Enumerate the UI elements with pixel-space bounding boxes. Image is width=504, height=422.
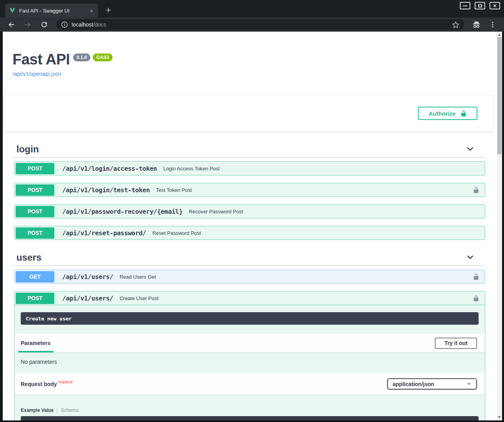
minimize-button[interactable] (460, 2, 470, 9)
method-badge: POST (16, 163, 54, 174)
scroll-down-arrow-icon[interactable] (498, 416, 501, 418)
maximize-icon (478, 4, 482, 7)
url-host: localhost (72, 21, 93, 28)
api-info: Fast API 0.1.0 OAS3 /api/v1/openapi.json (13, 32, 485, 77)
browser-window: Fast API - Swagger UI × + ✕ localhost/do… (0, 0, 504, 422)
oas-badge: OAS3 (93, 54, 113, 61)
back-button[interactable] (5, 19, 18, 30)
endpoint-summary: Recover Password Post (189, 209, 243, 215)
swagger-content: Fast API 0.1.0 OAS3 /api/v1/openapi.json… (3, 32, 502, 420)
url-path: /docs (93, 21, 106, 28)
scroll-up-arrow-icon[interactable] (498, 34, 501, 36)
version-badge: 0.1.0 (73, 54, 91, 61)
endpoint-summary: Login Access Token Post (163, 166, 220, 172)
media-type-value: application/json (393, 381, 434, 387)
page-title: Fast API (13, 51, 70, 68)
authorize-label: Authorize (429, 110, 456, 117)
try-it-out-button[interactable]: Try it out (435, 338, 477, 349)
required-label: required (58, 380, 73, 384)
auth-lock-icon[interactable] (473, 187, 482, 193)
forward-button[interactable] (21, 19, 34, 30)
operation-description-bar: Create new user (21, 312, 479, 325)
auth-lock-icon[interactable] (473, 274, 482, 280)
endpoint-path: /api/v1/users/ (62, 295, 113, 302)
users-section-title: users (16, 252, 41, 263)
active-tab-underline (18, 351, 54, 352)
endpoint-row[interactable]: POST /api/v1/password-recovery/{email} R… (14, 204, 485, 218)
endpoint-row[interactable]: GET /api/v1/users/ Read Users Get (14, 270, 485, 284)
scrollbar-thumb[interactable] (497, 37, 502, 154)
scheme-container: Authorize (4, 95, 493, 132)
tab-title: Fast API - Swagger UI (19, 8, 85, 14)
tab-divider (57, 408, 57, 413)
page-viewport: Fast API 0.1.0 OAS3 /api/v1/openapi.json… (3, 32, 502, 420)
endpoint-path: /api/v1/login/test-token (62, 186, 150, 194)
endpoint-summary: Reset Password Post (152, 230, 201, 236)
url-text[interactable]: localhost/docs (72, 21, 106, 28)
chevron-down-icon[interactable] (466, 253, 474, 261)
method-badge: POST (16, 206, 54, 217)
operation-description: Create new user (26, 316, 72, 322)
section-users: users GET /api/v1/users/ Read Users Get (13, 249, 485, 420)
fastapi-favicon-icon (9, 7, 16, 14)
request-body-example: Example Value Schema { (14, 395, 485, 420)
endpoint-summary: Create User Post (120, 295, 159, 301)
tab-schema[interactable]: Schema (61, 408, 78, 413)
refresh-button[interactable] (38, 19, 51, 30)
new-tab-button[interactable]: + (103, 5, 114, 16)
url-bar[interactable]: localhost/docs (56, 19, 464, 30)
unlock-icon (460, 110, 467, 117)
login-section-title: login (16, 144, 39, 155)
tab-close-icon[interactable]: × (88, 8, 94, 14)
openapi-spec-link[interactable]: /api/v1/openapi.json (13, 71, 61, 77)
method-badge: GET (16, 271, 54, 283)
minimize-icon (463, 5, 467, 6)
example-code-block[interactable]: { (21, 416, 479, 420)
endpoint-summary: Read Users Get (120, 274, 156, 280)
close-icon: ✕ (493, 4, 497, 8)
endpoint-row[interactable]: POST /api/v1/login/access-token Login Ac… (14, 161, 485, 175)
chevron-down-icon[interactable] (466, 145, 474, 153)
site-info-icon[interactable] (61, 21, 68, 28)
authorize-button[interactable]: Authorize (418, 107, 477, 120)
maximize-button[interactable] (475, 2, 485, 9)
browser-menu-kebab-icon[interactable] (486, 19, 499, 30)
endpoint-row[interactable]: POST /api/v1/reset-password/ Reset Passw… (14, 226, 485, 240)
tab-parameters[interactable]: Parameters (21, 334, 50, 352)
method-badge: POST (16, 293, 54, 304)
chevron-down-icon (466, 381, 472, 386)
users-section-header[interactable]: users (13, 249, 485, 266)
endpoint-row[interactable]: POST /api/v1/login/test-token Test Token… (14, 183, 485, 197)
method-badge: POST (16, 184, 54, 196)
request-body-label: Request body (21, 381, 57, 387)
browser-tab[interactable]: Fast API - Swagger UI × (5, 4, 98, 18)
bookmark-star-icon[interactable] (452, 21, 459, 29)
tab-example-value[interactable]: Example Value (21, 408, 54, 413)
parameters-header: Parameters Try it out (14, 334, 485, 352)
endpoint-row[interactable]: POST /api/v1/users/ Create User Post (14, 291, 485, 305)
parameters-title: Parameters (21, 340, 50, 346)
endpoint-path: /api/v1/login/access-token (62, 165, 157, 172)
endpoint-path: /api/v1/users/ (62, 273, 113, 281)
browser-toolbar: localhost/docs (0, 18, 504, 32)
window-controls: ✕ (460, 2, 500, 9)
endpoint-path: /api/v1/reset-password/ (62, 229, 146, 237)
method-badge: POST (16, 227, 54, 239)
auth-lock-icon[interactable] (473, 295, 482, 302)
login-section-header[interactable]: login (13, 141, 485, 157)
endpoint-path: /api/v1/password-recovery/{email} (62, 208, 183, 215)
media-type-select[interactable]: application/json (387, 378, 477, 390)
close-button[interactable]: ✕ (490, 2, 500, 9)
no-parameters-text: No parameters (14, 352, 485, 373)
expanded-endpoint: POST /api/v1/users/ Create User Post Cre… (14, 291, 485, 420)
section-login: login POST /api/v1/login/access-token Lo… (13, 141, 485, 240)
endpoint-summary: Test Token Post (156, 187, 192, 193)
page-scrollbar[interactable] (497, 32, 502, 420)
incognito-icon (470, 19, 483, 30)
browser-titlebar: Fast API - Swagger UI × + ✕ (0, 0, 504, 18)
request-body-header: Request body required application/json (14, 373, 485, 395)
